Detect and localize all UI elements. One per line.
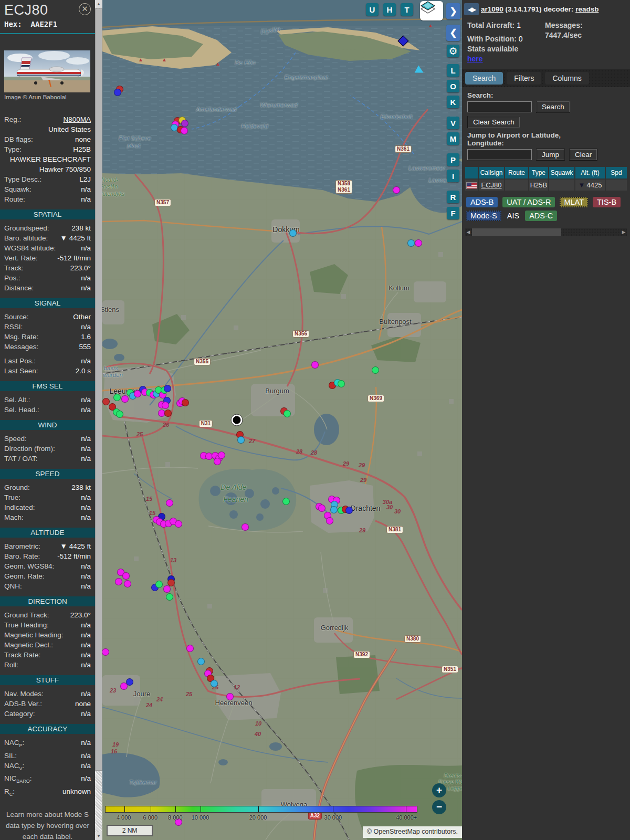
search-button[interactable]: Search: [536, 101, 570, 113]
osm-link[interactable]: OpenStreetMap: [373, 828, 419, 835]
jump-clear-button[interactable]: Clear: [569, 149, 597, 161]
aircraft-dot[interactable]: [289, 229, 297, 237]
map-button-H[interactable]: H: [383, 3, 396, 16]
map-button-F[interactable]: F: [447, 207, 459, 219]
scroll-down-icon[interactable]: ▼: [95, 832, 102, 840]
data-row: Track Rate:n/a: [4, 650, 91, 660]
aircraft-dot[interactable]: [122, 572, 130, 580]
collapse-sidebar-button[interactable]: ❮: [446, 25, 460, 41]
column-header-Type[interactable]: Type: [529, 167, 548, 178]
aircraft-dot[interactable]: [326, 517, 333, 524]
aircraft-dot[interactable]: [116, 411, 123, 418]
clear-search-button[interactable]: Clear Search: [467, 116, 520, 128]
scroll-right-icon[interactable]: ▶: [621, 228, 627, 236]
map-button-M[interactable]: M: [447, 132, 459, 145]
aircraft-dot[interactable]: [338, 380, 345, 387]
map-button-I[interactable]: I: [447, 170, 459, 182]
aircraft-dot[interactable]: [318, 505, 326, 512]
jump-button[interactable]: Jump: [536, 149, 565, 161]
callsign-link[interactable]: ECJ80: [481, 181, 501, 189]
map-button-U[interactable]: U: [366, 3, 379, 16]
aircraft-dot[interactable]: [330, 506, 338, 513]
aircraft-dot[interactable]: [345, 507, 353, 514]
column-header-Callsign[interactable]: Callsign: [479, 167, 504, 178]
aircraft-dot[interactable]: [124, 580, 131, 587]
table-row[interactable]: ECJ80H25B▼4425: [465, 180, 627, 191]
panel-toggle-button[interactable]: ◀▶: [464, 3, 479, 15]
hscrollbar-thumb[interactable]: [472, 228, 561, 236]
expand-panel-button[interactable]: ❯: [446, 3, 460, 19]
map-button-P[interactable]: P: [447, 153, 459, 166]
map-button-V[interactable]: V: [447, 117, 459, 129]
aircraft-dot[interactable]: [115, 578, 122, 585]
route-number: 27: [249, 438, 255, 444]
map-button-T[interactable]: T: [401, 3, 413, 16]
column-header-Spd[interactable]: Spd: [606, 167, 627, 178]
aircraft-dot[interactable]: [284, 410, 291, 417]
column-header-Route[interactable]: Route: [505, 167, 528, 178]
aircraft-dot[interactable]: [163, 585, 171, 593]
settings-button[interactable]: ⚙: [447, 45, 459, 57]
data-value: n/a: [64, 630, 91, 640]
close-icon[interactable]: ✕: [79, 3, 91, 15]
aircraft-dot[interactable]: [166, 499, 173, 507]
aircraft-dot[interactable]: [181, 127, 188, 134]
map-canvas[interactable]: FryslânDe HônEngelsmanplaatWierumerwadAm…: [102, 0, 462, 840]
selected-aircraft-marker[interactable]: [232, 415, 243, 426]
aircraft-dot[interactable]: [175, 520, 182, 528]
aircraft-dot[interactable]: [113, 394, 121, 401]
aircraft-dot[interactable]: [186, 645, 194, 652]
aircraft-dot[interactable]: [121, 395, 129, 403]
tar1090-link[interactable]: ar1090: [481, 5, 503, 13]
aircraft-dot[interactable]: [162, 402, 169, 409]
scrollbar-thumb[interactable]: [95, 8, 102, 771]
map-button-R[interactable]: R: [447, 191, 459, 203]
scroll-up-icon[interactable]: ▲: [95, 0, 102, 8]
aircraft-dot[interactable]: [393, 186, 400, 194]
map-button-K[interactable]: K: [447, 96, 459, 108]
scroll-left-icon[interactable]: ◀: [465, 228, 471, 236]
aircraft-dot[interactable]: [164, 410, 172, 417]
aircraft-dot[interactable]: [226, 693, 234, 700]
descending-icon: ▼: [579, 181, 585, 189]
aircraft-dot[interactable]: [166, 593, 173, 601]
aircraft-dot[interactable]: [237, 436, 245, 444]
aircraft-photo[interactable]: [4, 50, 90, 92]
search-input[interactable]: [467, 101, 532, 112]
aircraft-dot[interactable]: [164, 385, 171, 392]
zoom-out-button[interactable]: −: [432, 800, 446, 814]
column-header-icon[interactable]: [465, 167, 478, 178]
column-header-Squawk[interactable]: Squawk: [549, 167, 574, 178]
tab-filters[interactable]: Filters: [507, 72, 541, 85]
zoom-in-button[interactable]: +: [432, 783, 446, 797]
aircraft-dot[interactable]: [102, 398, 110, 405]
registration-link[interactable]: N800MA: [21, 114, 91, 124]
column-header-Alt. (ft)[interactable]: Alt. (ft): [575, 167, 605, 178]
aircraft-dot[interactable]: [182, 399, 189, 406]
data-row: Last Pos.:n/a: [4, 356, 91, 366]
aircraft-dot[interactable]: [155, 581, 163, 588]
aircraft-dot[interactable]: [197, 658, 205, 665]
aircraft-dot[interactable]: [372, 366, 379, 374]
aircraft-dot[interactable]: [120, 682, 128, 690]
section-header: WIND: [0, 420, 95, 430]
aircraft-dot[interactable]: [242, 523, 249, 531]
map-button-O[interactable]: O: [447, 80, 459, 92]
aircraft-dot[interactable]: [415, 239, 422, 247]
jump-input[interactable]: [467, 149, 532, 160]
layers-button[interactable]: [420, 1, 443, 20]
aircraft-dot[interactable]: [282, 498, 290, 505]
data-row: Ground:238 kt: [4, 482, 91, 492]
map-button-L[interactable]: L: [447, 64, 459, 77]
aircraft-dot[interactable]: [214, 458, 221, 465]
aircraft-dot[interactable]: [211, 680, 218, 687]
aircraft-dot[interactable]: [407, 239, 415, 247]
table-horizontal-scrollbar[interactable]: ◀ ▶: [465, 228, 627, 236]
tab-columns[interactable]: Columns: [545, 72, 589, 85]
readsb-link[interactable]: readsb: [575, 5, 598, 13]
tab-search[interactable]: Search: [465, 72, 503, 85]
aircraft-dot[interactable]: [311, 361, 319, 369]
sidebar-scrollbar[interactable]: ▲ ▼: [95, 0, 102, 840]
stats-here-link[interactable]: here: [467, 55, 483, 63]
aircraft-dot[interactable]: [114, 89, 121, 96]
